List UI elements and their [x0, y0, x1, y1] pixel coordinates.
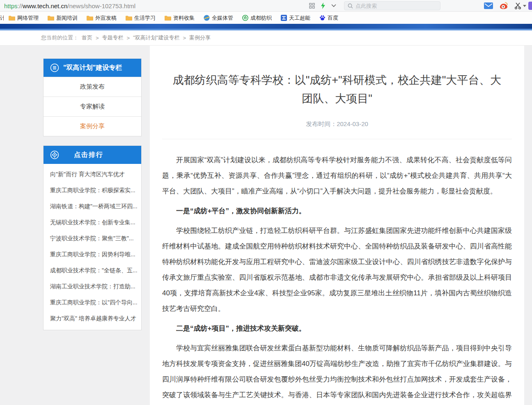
sidebar-item-label: 专家解读: [80, 103, 105, 110]
bookmark-label: 成都纺织: [250, 14, 272, 22]
green-badge-icon: [242, 15, 248, 21]
bookmarks-bar: 计 网络管理 新闻培训 外宣发稿 生活学习 资料收集 全媒体管 成都纺织 天工超…: [0, 12, 532, 24]
bookmark-clipped[interactable]: 计: [0, 14, 4, 22]
mail-icon[interactable]: [484, 2, 493, 9]
sidebar-column-menu: "双高计划"建设专栏 政策发布 专家解读 案例分享: [43, 58, 142, 136]
bookmark-label: 百度: [328, 14, 338, 22]
breadcrumb-prefix: 您当前的位置：: [41, 34, 78, 41]
breadcrumb: 您当前的位置： 首页 > 专题专栏 > "双高计划"建设专栏 > 案例分享: [0, 30, 532, 46]
sidebar-menu-header: "双高计划"建设专栏: [44, 59, 141, 77]
bookmark-folder[interactable]: 资料收集: [165, 14, 195, 22]
lightning-speed-icon[interactable]: [321, 2, 326, 9]
ranking-item[interactable]: 重庆工商职业学院：以"四个导向...: [44, 295, 141, 311]
url-path: /news/show-102753.html: [67, 2, 135, 9]
article-paragraph: 开展国家“双高”计划建设以来，成都纺织高等专科学校针对服务能力不强、成果转化不高…: [162, 152, 512, 199]
sidebar-menu-title: "双高计划"建设专栏: [63, 64, 122, 72]
bookmark-folder[interactable]: 网络管理: [9, 14, 39, 22]
bookmark-folder[interactable]: 新闻培训: [48, 14, 78, 22]
click-ranking-panel: 点击排行 向"新"而行 育大湾区汽车优才 重庆工商职业学院：积极探索实... 湖…: [43, 145, 142, 330]
ranking-item[interactable]: 聚力"双高" 培养卓越康养专业人才: [44, 311, 141, 327]
site-nav-strip: [0, 24, 532, 29]
sidebar-item-label: 政策发布: [80, 83, 105, 91]
article-subheading: 一是“成纺+平台”，激发协同创新新活力。: [162, 203, 512, 219]
address-bar[interactable]: https://www.tech.net.cn/news/show-102753…: [4, 0, 135, 12]
breadcrumb-special-columns[interactable]: 专题专栏: [102, 34, 124, 41]
folder-icon: [165, 15, 171, 21]
ranking-item[interactable]: 湖南工业职业技术学院：打造助...: [44, 278, 141, 295]
article-container: 成都纺织高等专科学校：以"成纺+"科研模式，校企共建"大平台、大团队、大项目" …: [150, 46, 524, 405]
bookmark-site[interactable]: 成都纺织: [242, 14, 272, 22]
ranking-title: 点击排行: [74, 151, 103, 159]
breadcrumb-separator: >: [183, 35, 186, 41]
ranking-item[interactable]: 宁波职业技术学院：聚焦"三教"...: [44, 230, 141, 246]
url-host: www.tech.net.cn: [23, 2, 67, 9]
browser-search-box[interactable]: [344, 1, 440, 10]
url-scheme: https: [4, 2, 18, 9]
sidebar-item-label: 案例分享: [80, 122, 105, 130]
clipped-extension-icon[interactable]: [528, 2, 532, 10]
folder-icon: [9, 15, 15, 21]
article-paragraph: 学校围绕轻工纺织产业链，打造轻工纺织科研平台群。与江苏盛虹集团国家先进功能纤维创…: [162, 223, 512, 317]
sidebar-item-policy[interactable]: 政策发布: [44, 77, 141, 97]
scissors-dropdown-arrow[interactable]: [523, 5, 526, 7]
ranking-header: 点击排行: [44, 146, 141, 164]
ranking-item[interactable]: 向"新"而行 育大湾区汽车优才: [44, 166, 141, 182]
publish-date: 2024-03-20: [337, 120, 368, 127]
breadcrumb-home[interactable]: 首页: [82, 34, 92, 41]
article-subheading: 二是“成纺+项目”，推进技术攻关新突破。: [162, 321, 512, 336]
article-title: 成都纺织高等专科学校：以"成纺+"科研模式，校企共建"大平台、大团队、大项目": [162, 71, 512, 108]
chevron-down-icon[interactable]: [331, 4, 336, 7]
folder-icon: [87, 15, 93, 21]
ranking-item[interactable]: 成都职业技术学院："全链条、五...: [44, 262, 141, 278]
ranking-item[interactable]: 重庆工商职业学院：积极探索实...: [44, 182, 141, 198]
breadcrumb-separator: >: [127, 35, 130, 41]
ranking-item[interactable]: 重庆工商职业学院：因势利导唯...: [44, 246, 141, 262]
url-separator: ://: [18, 2, 23, 9]
bookmark-folder[interactable]: 生活学习: [126, 14, 156, 22]
bookmark-folder[interactable]: 外宣发稿: [87, 14, 117, 22]
ranking-list: 向"新"而行 育大湾区汽车优才 重庆工商职业学院：积极探索实... 湖南铁道：构…: [44, 164, 141, 330]
sidebar-item-expert[interactable]: 专家解读: [44, 97, 141, 116]
bookmark-site[interactable]: 百度: [319, 14, 338, 22]
blue-app-icon: [281, 15, 287, 21]
breadcrumb-case-sharing[interactable]: 案例分享: [189, 34, 211, 41]
breadcrumb-separator: >: [96, 35, 99, 41]
folder-icon: [48, 15, 54, 21]
bookmark-label: 资料收集: [173, 14, 195, 22]
sidebar-item-case-sharing[interactable]: 案例分享: [44, 116, 141, 136]
ranking-item[interactable]: 湖南铁道：构建"一桥两域三环四...: [44, 198, 141, 214]
compass-icon: [50, 150, 59, 159]
bookmark-label: 生活学习: [134, 14, 156, 22]
scissors-screenshot-icon[interactable]: [514, 2, 526, 9]
article-paragraph: 学校与宜宾丝丽雅集团联合研发丝素蛋白基新型功能材料、生物质可降解纺织品等新产品，…: [162, 341, 512, 405]
ranking-item[interactable]: 无锡职业技术学院：创新专业集...: [44, 214, 141, 230]
baidu-paw-icon: [319, 15, 326, 21]
globe-icon: [204, 15, 210, 21]
publish-label: 发布时间：: [306, 120, 337, 127]
bookmark-site[interactable]: 全媒体管: [204, 14, 233, 22]
bookmark-label: 全媒体管: [212, 14, 233, 22]
grid-apps-icon[interactable]: [309, 3, 315, 9]
bookmark-label: 新闻培训: [56, 14, 78, 22]
list-circle-icon: [50, 63, 59, 72]
weibo-icon[interactable]: [500, 2, 508, 9]
bookmark-site[interactable]: 天工超能: [281, 14, 310, 22]
breadcrumb-shuanggao-column[interactable]: "双高计划"建设专栏: [133, 34, 179, 41]
folder-icon: [126, 15, 132, 21]
bookmark-label: 外宣发稿: [95, 14, 117, 22]
bookmark-label: 网络管理: [17, 14, 39, 22]
bookmark-label: 天工超能: [289, 14, 310, 22]
search-icon: [348, 3, 353, 9]
article-body: 开展国家“双高”计划建设以来，成都纺织高等专科学校针对服务能力不强、成果转化不高…: [162, 152, 512, 405]
browser-toolbar: https://www.tech.net.cn/news/show-102753…: [0, 0, 532, 12]
search-input[interactable]: [355, 3, 425, 9]
article-publish-time: 发布时间：2024-03-20: [162, 120, 512, 139]
